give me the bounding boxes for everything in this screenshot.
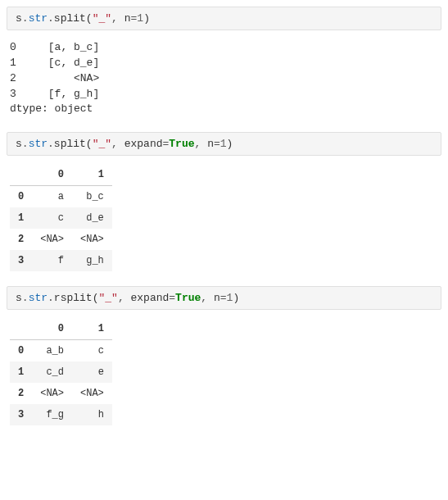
col-header: 0 [32,164,72,186]
code-attr: str [29,292,48,304]
code-cell-1: s.str.split("_", n=1) [7,7,441,30]
output-line: 3 [f, g_h] [10,88,99,100]
cell: c_d [32,361,72,383]
comma: , [195,138,208,150]
table-header-row: 0 1 [10,318,112,340]
cell: g_h [72,250,112,271]
comma: , [111,12,124,25]
code-cell-3: s.str.rsplit("_", expand=True, n=1) [7,286,441,310]
row-index: 2 [10,383,32,404]
row-index: 1 [10,361,32,383]
row-index: 0 [10,340,32,362]
table-row: 2 <NA> <NA> [10,229,112,250]
equals: = [220,292,227,304]
cell: a [32,186,72,208]
dot: . [48,12,54,25]
dot: . [48,138,54,150]
dataframe-table: 0 1 0 a_b c 1 c_d e 2 <NA> <NA> 3 f_g h [10,318,112,425]
cell: f [32,250,72,271]
paren-open: ( [86,138,93,150]
arg-n-key: n [214,292,220,304]
comma: , [118,292,131,304]
code-cell-2: s.str.split("_", expand=True, n=1) [7,132,441,156]
table-row: 0 a_b c [10,340,112,362]
arg-expand-key: expand [130,292,169,304]
cell: <NA> [72,383,112,404]
dataframe-output-2: 0 1 0 a_b c 1 c_d e 2 <NA> <NA> 3 f_g h [10,318,441,425]
arg-string: "_" [93,12,111,25]
code-obj: s [16,12,22,25]
col-header: 1 [72,164,112,186]
table-row: 0 a b_c [10,186,112,208]
col-header: 0 [32,318,72,340]
code-attr: str [29,138,48,150]
table-header-row: 0 1 [10,164,112,186]
dataframe-output-1: 0 1 0 a b_c 1 c d_e 2 <NA> <NA> 3 f g_h [10,164,441,271]
dot: . [22,138,29,150]
comma: , [201,292,214,304]
output-line: 0 [a, b_c] [10,41,99,53]
arg-n-val: 1 [137,12,143,25]
row-index: 3 [10,250,32,271]
arg-string: "_" [98,292,117,304]
table-corner [10,164,32,186]
arg-n-key: n [207,138,214,150]
cell: b_c [72,186,112,208]
paren-open: ( [86,12,93,25]
arg-expand-val: True [169,138,194,150]
table-row: 1 c d_e [10,207,112,229]
equals: = [214,138,220,150]
arg-n-val: 1 [220,138,227,150]
cell: c [72,340,112,362]
code-method: split [54,12,86,25]
row-index: 3 [10,404,32,425]
table-row: 3 f g_h [10,250,112,271]
arg-expand-val: True [175,292,201,304]
cell: <NA> [72,229,112,250]
paren-close: ) [233,292,239,304]
code-obj: s [16,138,22,150]
cell: a_b [32,340,72,362]
dot: . [22,292,29,304]
row-index: 1 [10,207,32,229]
paren-close: ) [227,138,233,150]
arg-n-key: n [124,12,131,25]
code-method: rsplit [54,292,93,304]
cell: c [32,207,72,229]
dot: . [48,292,54,304]
cell: e [72,361,112,383]
arg-expand-key: expand [124,138,163,150]
arg-string: "_" [93,138,111,150]
output-text-1: 0 [a, b_c] 1 [c, d_e] 2 <NA> 3 [f, g_h] … [7,39,441,124]
code-attr: str [29,12,48,25]
output-line: dtype: object [10,102,93,115]
table-row: 2 <NA> <NA> [10,383,112,404]
cell: d_e [72,207,112,229]
cell: h [72,404,112,425]
table-corner [10,318,32,340]
comma: , [111,138,124,150]
equals: = [169,292,175,304]
output-line: 1 [c, d_e] [10,57,99,69]
output-line: 2 <NA> [10,72,99,84]
table-row: 3 f_g h [10,404,112,425]
paren-close: ) [143,12,150,25]
col-header: 1 [72,318,112,340]
cell: f_g [32,404,72,425]
cell: <NA> [32,229,72,250]
row-index: 0 [10,186,32,208]
table-row: 1 c_d e [10,361,112,383]
row-index: 2 [10,229,32,250]
dot: . [22,12,29,25]
code-method: split [54,138,86,150]
dataframe-table: 0 1 0 a b_c 1 c d_e 2 <NA> <NA> 3 f g_h [10,164,112,271]
code-obj: s [16,292,22,304]
cell: <NA> [32,383,72,404]
